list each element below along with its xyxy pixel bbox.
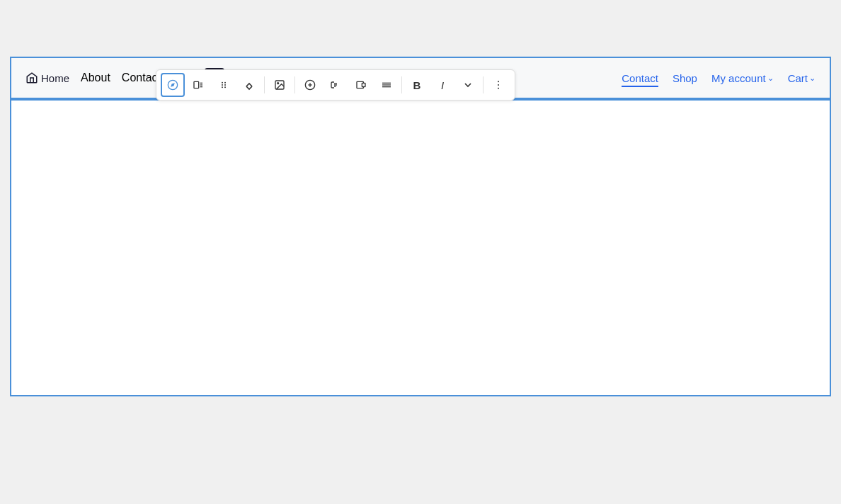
- navigate-button[interactable]: [161, 73, 185, 97]
- format-dropdown-button[interactable]: [456, 73, 480, 97]
- italic-icon: I: [441, 79, 444, 91]
- svg-point-10: [222, 86, 223, 88]
- toolbar-divider-3: [401, 76, 402, 93]
- cart-label: Cart: [788, 72, 808, 84]
- more-menu-button[interactable]: [486, 73, 510, 97]
- svg-point-11: [224, 86, 226, 88]
- content-edit-button[interactable]: [324, 73, 348, 97]
- nav-about[interactable]: About: [81, 71, 110, 84]
- move-updown-button[interactable]: [237, 73, 261, 97]
- bottom-area: [0, 396, 841, 439]
- svg-point-13: [278, 83, 279, 84]
- svg-point-6: [222, 82, 223, 84]
- cart-chevron-icon: ⌄: [809, 74, 816, 83]
- block-selector-button[interactable]: [186, 73, 210, 97]
- nav-cart[interactable]: Cart ⌄: [788, 72, 816, 84]
- svg-rect-2: [194, 81, 199, 88]
- nav-right: Contact Shop My account ⌄ Cart ⌄: [622, 69, 816, 87]
- svg-point-7: [224, 82, 226, 84]
- home-icon: [25, 71, 38, 84]
- main-content-area: [10, 99, 831, 396]
- align-button[interactable]: [374, 73, 399, 97]
- svg-marker-1: [171, 83, 175, 87]
- svg-point-25: [498, 81, 499, 82]
- editor-toolbar: B I: [156, 69, 515, 101]
- nav-shop[interactable]: Shop: [673, 69, 697, 87]
- nav-home[interactable]: Home: [25, 71, 69, 84]
- svg-point-27: [498, 88, 499, 89]
- italic-button[interactable]: I: [430, 73, 454, 97]
- my-account-label: My account: [711, 72, 766, 84]
- nav-my-account[interactable]: My account ⌄: [711, 72, 774, 84]
- nav-contact-right[interactable]: Contact: [622, 69, 658, 87]
- toolbar-divider-2: [294, 76, 295, 93]
- custom-html-button[interactable]: [349, 73, 373, 97]
- toolbar-divider-1: [264, 76, 265, 93]
- my-account-chevron-icon: ⌄: [767, 74, 774, 83]
- image-button[interactable]: [268, 73, 292, 97]
- nav-home-label: Home: [41, 72, 69, 84]
- svg-point-9: [224, 84, 226, 86]
- drag-button[interactable]: [212, 73, 236, 97]
- add-block-button[interactable]: [298, 73, 322, 97]
- nav-contact-left[interactable]: Contact: [122, 71, 161, 84]
- toolbar-divider-4: [483, 76, 484, 93]
- bold-icon: B: [413, 79, 421, 91]
- bold-button[interactable]: B: [405, 73, 429, 97]
- svg-point-26: [498, 84, 499, 86]
- page-wrapper: B I: [0, 57, 841, 504]
- svg-rect-21: [362, 83, 365, 86]
- svg-point-8: [222, 84, 223, 86]
